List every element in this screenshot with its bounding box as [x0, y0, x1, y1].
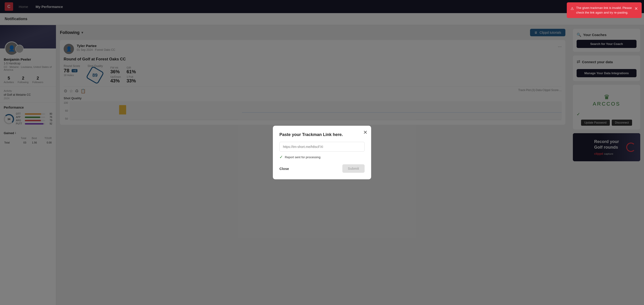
modal-title: Paste your Trackman Link here. — [280, 132, 364, 137]
trackman-link-input[interactable] — [280, 142, 364, 152]
modal-close-button[interactable]: Close — [280, 167, 289, 171]
error-toast-message: The given trackman link is invalid. Plea… — [576, 6, 632, 15]
success-text: Report sent for processing — [285, 156, 320, 159]
modal-actions: Close Submit — [280, 164, 364, 173]
error-toast: ⚠ The given trackman link is invalid. Pl… — [567, 2, 642, 18]
success-check-icon: ✓ — [280, 154, 283, 160]
error-toast-close[interactable]: ✕ — [634, 6, 638, 12]
warning-icon: ⚠ — [570, 6, 574, 12]
modal-close-x-button[interactable]: ✕ — [363, 130, 368, 136]
modal-submit-button[interactable]: Submit — [342, 164, 364, 173]
modal-overlay[interactable]: Paste your Trackman Link here. ✕ ✓ Repor… — [0, 0, 644, 305]
modal-success-message: ✓ Report sent for processing — [280, 154, 364, 160]
trackman-modal: Paste your Trackman Link here. ✕ ✓ Repor… — [273, 126, 371, 179]
